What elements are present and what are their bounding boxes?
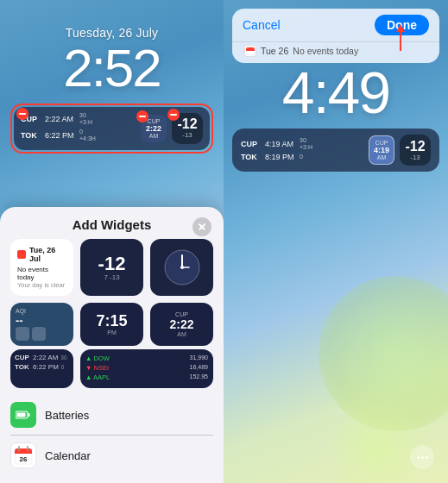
number-widget[interactable]: -12 -13 [172,113,203,144]
right-clock-table: CUP 4:19 AM 30 +3:H TOK 8:19 PM 0 [241,137,363,164]
calendar-widget-tile[interactable]: Tue, 26 Jul No events today Your day is … [10,239,73,296]
world-clock-tile[interactable]: CUP 2:22 AM 30 TOK 6:22 PM 0 [10,349,73,388]
right-mini-sub: AM [377,154,387,160]
cup-diff2: +3:H [79,119,92,126]
wc-cup-time: 2:22 AM [33,354,58,361]
stock-dow-label: ▲ DOW [85,354,110,362]
mini-cup-sub: AM [149,133,159,139]
batteries-label: Batteries [45,409,89,422]
left-time: 2:52 [0,41,224,95]
modal-header: Add Widgets [0,217,224,239]
right-cup-diff2: +3:H [300,144,312,151]
dot-1 [417,456,420,459]
left-panel: Tuesday, 26 July 2:52 CUP 2:22 AM 30 +3:… [0,0,224,483]
stock-aapl-label: ▲ AAPL [85,373,110,381]
widget-row: CUP 2:22 AM 30 +3:H TOK 6:22 PM 0 +4:3H [14,107,210,150]
minus-number-button[interactable] [167,109,180,121]
tile-cal-sub: Your day is clear [17,281,66,289]
widget-grid: Tue, 26 Jul No events today Your day is … [0,239,224,353]
right-cup-diff1: 30 [300,137,312,144]
right-widget-row: CUP 4:19 AM 30 +3:H TOK 8:19 PM 0 CUP 4:… [232,129,439,172]
right-time: 4:49 [232,63,439,122]
right-mini-label: CUP [375,140,388,146]
batteries-icon [10,402,36,428]
cup-diff1: 30 [79,112,92,119]
cup-mini-label: CUP [175,311,188,317]
stock-nsei-val: 16,489 [190,364,208,372]
right-mini-time: 4:19 [374,146,389,154]
tile-num-sub: 7 -13 [104,273,119,281]
svg-rect-6 [17,413,26,417]
num-sub: -13 [182,131,192,139]
topbar-inner: Cancel Done [232,9,439,41]
cancel-button[interactable]: Cancel [243,18,281,32]
wc-tok-time: 6:22 PM [33,363,59,371]
svg-rect-15 [246,49,255,51]
arrow-head-icon [396,24,405,32]
number-tile[interactable]: -12 7 -13 [80,239,143,296]
aqi-label: AQI [16,308,68,314]
mini-cup-time: 2:22 [146,124,161,133]
clock-tile[interactable] [150,239,213,296]
tile-cal-event: No events today [17,266,66,281]
list-item-calendar[interactable]: 26 Calendar [10,436,213,475]
svg-rect-5 [28,413,30,417]
right-tok-diff1: 0 [300,154,303,160]
minus-minicup-button[interactable] [136,110,148,122]
right-cup-time: 4:19 AM [265,140,296,148]
widget-list: Batteries 26 Calendar [0,395,224,475]
modal-title: Add Widgets [73,217,152,232]
cup-mini-tile[interactable]: CUP 2:22 AM [150,303,213,346]
list-item-batteries[interactable]: Batteries [10,395,213,436]
status-event: No events today [293,46,358,56]
right-num-widget: -12 -13 [400,135,431,166]
aqi-icon-2 [32,327,46,341]
stock-nsei-label: ▼ NSEI [85,364,109,372]
stock-dow-val: 31,990 [190,354,208,362]
dot-3 [426,456,428,459]
red-arrow-indicator [396,24,405,51]
left-lockscreen-header: Tuesday, 26 July 2:52 [0,0,224,95]
svg-point-3 [180,266,184,269]
world-clock-widget[interactable]: CUP 2:22 AM 30 +3:H TOK 6:22 PM 0 +4:3H [21,112,136,145]
svg-rect-9 [15,451,32,454]
tok-time: 6:22 PM [45,131,76,140]
wc-cup-label: CUP [15,354,30,361]
right-cup-label: CUP [241,140,262,148]
time-big-tile[interactable]: 7:15 PM [80,303,143,346]
minus-worldclock-button[interactable] [16,108,28,120]
stocks-tile[interactable]: ▲ DOW 31,990 ▼ NSEI 16,489 ▲ AAPL 152.95 [80,349,213,388]
mini-cup-widget[interactable]: CUP 2:22 AM [141,115,167,142]
num-value: -12 [177,117,197,131]
aqi-icon-1 [16,327,29,341]
three-dots-button[interactable] [410,445,434,469]
widget-grid-row2: CUP 2:22 AM 30 TOK 6:22 PM 0 ▲ DOW 31,99… [0,349,224,395]
right-tok-time: 8:19 PM [265,153,296,161]
tok-diff2: +4:3H [79,135,96,142]
tok-label: TOK [21,131,41,140]
analog-clock-icon [163,248,201,286]
tok-diff1: 0 [79,129,96,135]
top-bar-container: Cancel Done Tue 26 No events today [232,9,439,63]
tile-cal-date: Tue, 26 Jul [29,246,66,263]
right-panel: Cancel Done Tue 26 No events today 4:49 … [224,0,448,483]
right-tok-label: TOK [241,153,262,161]
svg-text:26: 26 [20,455,28,463]
cup-time: 2:22 AM [45,115,76,123]
cup-mini-sub: AM [177,331,186,337]
aqi-tile[interactable]: AQI -- [10,303,73,346]
cal-dot-icon [17,250,26,259]
calendar-status-icon [244,45,256,57]
right-num-sub: -13 [410,154,420,161]
tile-num-big: -12 [98,254,126,273]
arrow-line-icon [400,32,401,51]
wc-tok-label: TOK [15,363,30,371]
mini-cup-label: CUP [148,118,161,124]
cup-mini-time: 2:22 [169,318,193,330]
clock-table: CUP 2:22 AM 30 +3:H TOK 6:22 PM 0 +4:3H [21,112,136,143]
time-big-sub: PM [107,329,117,336]
modal-close-button[interactable] [192,217,211,236]
calendar-list-icon: 26 [10,442,36,468]
wc-cup-diff: 30 [60,354,66,361]
status-date: Tue 26 [261,46,288,56]
